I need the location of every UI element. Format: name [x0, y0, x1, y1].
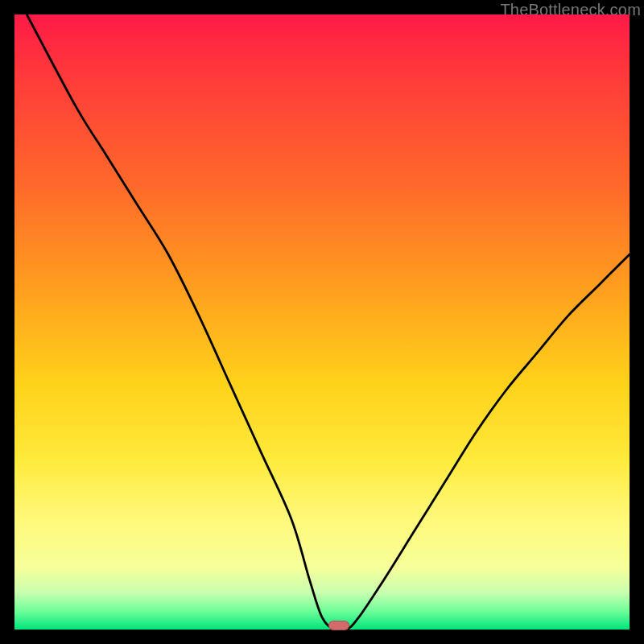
chart-frame	[14, 14, 630, 630]
optimum-marker	[328, 621, 349, 630]
chart-gradient-background	[14, 14, 630, 630]
